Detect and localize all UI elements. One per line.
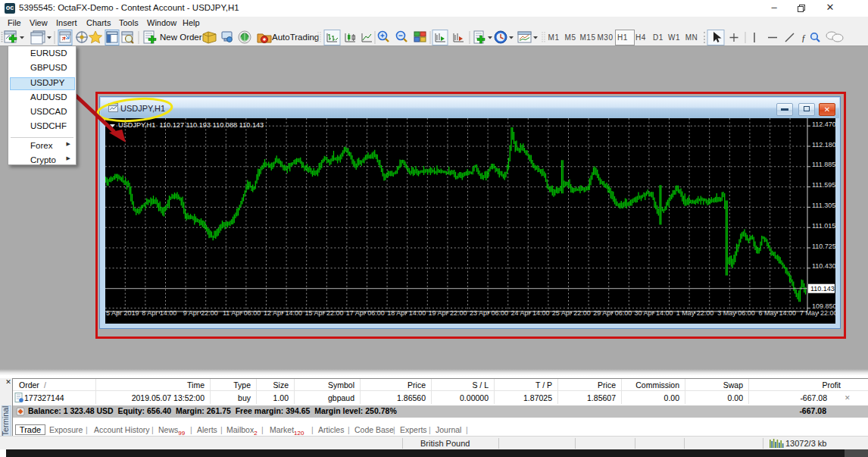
svg-text:AutoTrading: AutoTrading bbox=[272, 33, 319, 42]
svg-text:ƒ: ƒ bbox=[801, 33, 806, 43]
svg-text:New Order: New Order bbox=[160, 33, 202, 42]
